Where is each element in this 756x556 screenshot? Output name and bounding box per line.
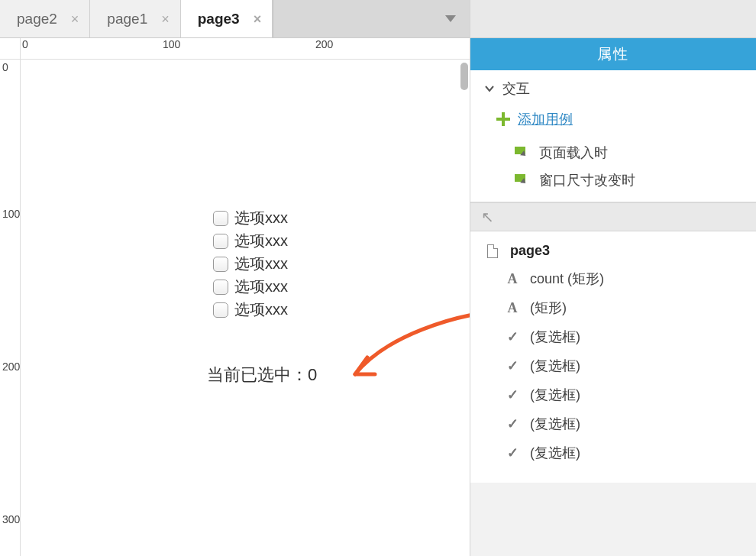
panel-tab-strip <box>470 0 756 38</box>
outline-item-label: (复选框) <box>530 328 580 346</box>
tab-page1[interactable]: page1 × <box>90 0 180 37</box>
check-icon: ✓ <box>504 386 521 403</box>
chevron-down-icon <box>484 83 495 94</box>
checkbox-label: 选项xxx <box>234 231 288 251</box>
checkbox-icon <box>213 280 228 295</box>
check-icon: ✓ <box>504 415 521 432</box>
interaction-section-header[interactable]: 交互 <box>470 70 756 107</box>
check-icon: ✓ <box>504 357 521 374</box>
event-label: 窗口尺寸改变时 <box>539 171 635 189</box>
outline-item-label: count (矩形) <box>530 270 604 288</box>
checkbox-icon <box>213 211 228 226</box>
count-label: 当前已选中： <box>207 365 308 384</box>
outline-item[interactable]: A count (矩形) <box>470 264 756 293</box>
panel-header-label: 属性 <box>597 44 629 64</box>
checkbox-label: 选项xxx <box>234 276 288 297</box>
inspector-pane: 属性 交互 添加用例 页面载入时 窗口尺寸改变时 ↖ <box>470 0 756 556</box>
event-label: 页面载入时 <box>539 144 608 162</box>
arrow-up-left-icon: ↖ <box>481 208 494 226</box>
app-root: page2 × page1 × page3 × 0 100 200 0 <box>0 0 756 556</box>
outline-item-label: (矩形) <box>530 299 567 317</box>
checkbox-widget[interactable]: 选项xxx <box>213 231 288 251</box>
ruler-tick: 0 <box>22 38 28 50</box>
outline-tree: page3 A count (矩形) A (矩形) ✓ (复选框) ✓ (复选框… <box>470 231 756 483</box>
event-page-load[interactable]: 页面载入时 <box>470 139 756 166</box>
check-icon: ✓ <box>504 328 521 345</box>
panel-header: 属性 <box>470 38 756 70</box>
count-value: 0 <box>308 365 317 384</box>
ruler-tick: 100 <box>2 208 20 220</box>
close-icon[interactable]: × <box>161 12 170 26</box>
event-window-resize[interactable]: 窗口尺寸改变时 <box>470 166 756 202</box>
add-case-label: 添加用例 <box>518 110 573 128</box>
close-icon[interactable]: × <box>71 12 79 26</box>
tab-label: page3 <box>198 11 240 27</box>
text-shape-icon: A <box>504 271 521 287</box>
checkbox-widget[interactable]: 选项xxx <box>213 299 288 320</box>
outline-item-label: (复选框) <box>530 357 580 375</box>
chevron-down-icon <box>445 15 456 22</box>
outline-item[interactable]: ✓ (复选框) <box>470 438 756 467</box>
outline-root[interactable]: page3 <box>470 238 756 264</box>
tab-label: page2 <box>17 11 57 27</box>
ruler-corner <box>0 38 21 60</box>
outline-item-label: (复选框) <box>530 386 580 404</box>
interaction-section: 交互 添加用例 页面载入时 窗口尺寸改变时 <box>470 70 756 202</box>
ruler-tick: 0 <box>2 61 8 73</box>
checkbox-widget[interactable]: 选项xxx <box>213 208 288 228</box>
outline-item-label: (复选框) <box>530 444 580 462</box>
tab-page2[interactable]: page2 × <box>0 0 90 37</box>
horizontal-ruler: 0 100 200 <box>21 38 470 60</box>
editor-pane: page2 × page1 × page3 × 0 100 200 0 <box>0 0 470 556</box>
ruler-tick: 200 <box>2 360 20 373</box>
event-icon <box>515 174 530 186</box>
outline-item-label: (复选框) <box>530 415 580 433</box>
tab-label: page1 <box>107 11 147 27</box>
outline-item[interactable]: A (矩形) <box>470 293 756 322</box>
ruler-tick: 100 <box>163 38 180 50</box>
outline-item[interactable]: ✓ (复选框) <box>470 380 756 409</box>
tab-bar: page2 × page1 × page3 × <box>0 0 470 38</box>
scrollbar-thumb[interactable] <box>460 63 468 90</box>
checkbox-label: 选项xxx <box>234 254 288 274</box>
ruler-tick: 300 <box>2 513 20 525</box>
annotation-arrow-icon <box>341 304 470 396</box>
plus-icon <box>496 112 510 126</box>
outline-item[interactable]: ✓ (复选框) <box>470 409 756 438</box>
checkbox-icon <box>213 234 228 249</box>
checkbox-label: 选项xxx <box>234 208 288 228</box>
checkbox-label: 选项xxx <box>234 299 288 320</box>
outline-root-label: page3 <box>510 243 550 259</box>
ruler-tick: 200 <box>315 38 333 50</box>
checkbox-icon <box>213 302 228 318</box>
tab-overflow[interactable] <box>273 0 470 37</box>
event-icon <box>515 147 530 159</box>
add-case-button[interactable]: 添加用例 <box>470 107 756 139</box>
outline-header[interactable]: ↖ <box>470 202 756 231</box>
outline-item[interactable]: ✓ (复选框) <box>470 322 756 351</box>
checkbox-widget[interactable]: 选项xxx <box>213 276 288 297</box>
outline-item[interactable]: ✓ (复选框) <box>470 351 756 380</box>
count-text-widget[interactable]: 当前已选中：0 <box>207 364 317 386</box>
close-icon[interactable]: × <box>254 12 262 26</box>
checkbox-icon <box>213 257 228 272</box>
tab-page3[interactable]: page3 × <box>181 0 273 37</box>
section-title: 交互 <box>502 79 530 98</box>
design-canvas[interactable]: 选项xxx 选项xxx 选项xxx 选项xxx 选项xxx 当前已选中：0 <box>21 60 470 556</box>
vertical-ruler: 0 100 200 300 <box>0 60 21 556</box>
checkbox-widget[interactable]: 选项xxx <box>213 254 288 274</box>
check-icon: ✓ <box>504 444 521 461</box>
text-shape-icon: A <box>504 300 521 316</box>
page-icon <box>484 244 501 258</box>
